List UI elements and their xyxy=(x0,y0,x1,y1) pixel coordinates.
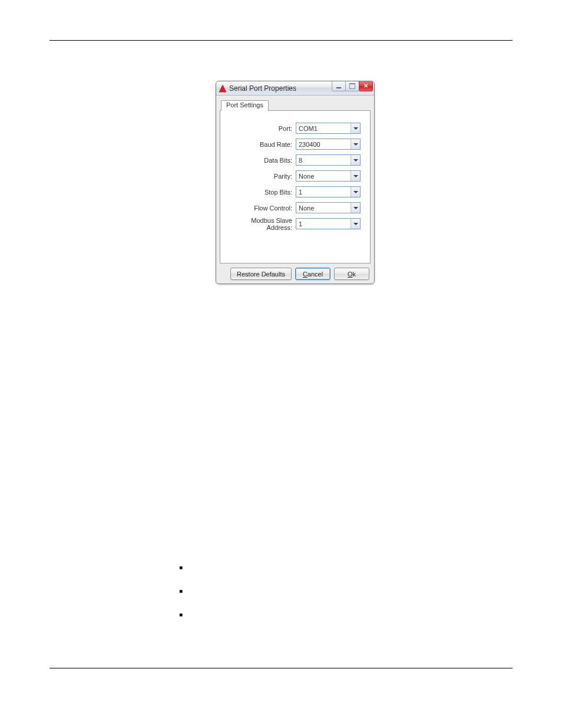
row-modbus-address: Modbus Slave Address: 1 xyxy=(227,217,363,230)
bullet: ■ xyxy=(179,565,183,571)
chevron-down-icon xyxy=(351,139,360,149)
chevron-down-icon xyxy=(351,155,360,165)
window-title: Serial Port Properties xyxy=(229,84,296,93)
serial-port-properties-dialog: Serial Port Properties Port Settings Por… xyxy=(216,81,375,284)
combo-modbus-address[interactable]: 1 xyxy=(296,218,361,229)
combo-stop-bits[interactable]: 1 xyxy=(296,186,361,197)
combo-modbus-value: 1 xyxy=(299,220,302,228)
window-controls xyxy=(332,81,373,91)
restore-defaults-button[interactable]: Restore Defaults xyxy=(230,268,292,280)
label-modbus-address: Modbus Slave Address: xyxy=(227,217,296,231)
chevron-down-icon xyxy=(351,219,360,229)
combo-baud-rate[interactable]: 230400 xyxy=(296,139,361,150)
combo-flow-value: None xyxy=(299,205,314,212)
row-data-bits: Data Bits: 8 xyxy=(227,153,363,167)
combo-flow-control[interactable]: None xyxy=(296,202,361,213)
ok-label: Ok xyxy=(348,271,356,278)
svg-marker-0 xyxy=(219,84,226,91)
combo-parity[interactable]: None xyxy=(296,170,361,182)
combo-baud-value: 230400 xyxy=(299,141,320,148)
label-data-bits: Data Bits: xyxy=(227,157,296,164)
row-port: Port: COM1 xyxy=(227,121,363,135)
row-baud-rate: Baud Rate: 230400 xyxy=(227,137,363,151)
dialog-button-row: Restore Defaults Cancel Ok xyxy=(220,268,371,280)
page-bottom-rule xyxy=(49,668,513,668)
cancel-label: Cancel xyxy=(303,271,323,278)
label-flow-control: Flow Control: xyxy=(227,205,296,212)
combo-parity-value: None xyxy=(299,173,314,180)
dialog-body: Port Settings Port: COM1 Baud Rate: 2304… xyxy=(216,95,374,284)
minimize-button[interactable] xyxy=(332,81,346,91)
tab-port-settings[interactable]: Port Settings xyxy=(221,100,269,111)
chevron-down-icon xyxy=(351,171,360,181)
titlebar[interactable]: Serial Port Properties xyxy=(216,81,374,95)
app-icon xyxy=(219,84,227,93)
combo-stopbits-value: 1 xyxy=(299,189,302,196)
tab-panel-port-settings: Port: COM1 Baud Rate: 230400 Data Bits: xyxy=(220,110,371,263)
cancel-button[interactable]: Cancel xyxy=(295,268,330,280)
chevron-down-icon xyxy=(351,203,360,213)
combo-port[interactable]: COM1 xyxy=(296,123,361,134)
maximize-button[interactable] xyxy=(345,81,359,91)
bullet: ■ xyxy=(179,612,183,618)
combo-data-bits[interactable]: 8 xyxy=(296,154,361,166)
chevron-down-icon xyxy=(351,187,360,197)
tab-header: Port Settings xyxy=(220,99,371,110)
bullet: ■ xyxy=(179,588,183,594)
combo-port-value: COM1 xyxy=(299,125,318,132)
label-parity: Parity: xyxy=(227,173,296,180)
tab-area: Port Settings Port: COM1 Baud Rate: 2304… xyxy=(220,99,371,264)
chevron-down-icon xyxy=(351,123,360,133)
page-top-rule xyxy=(49,40,513,41)
row-stop-bits: Stop Bits: 1 xyxy=(227,185,363,199)
restore-defaults-label: Restore Defaults xyxy=(237,271,285,278)
combo-databits-value: 8 xyxy=(299,157,302,164)
close-button[interactable] xyxy=(359,81,373,91)
label-stop-bits: Stop Bits: xyxy=(227,189,296,196)
label-baud-rate: Baud Rate: xyxy=(227,141,296,148)
row-parity: Parity: None xyxy=(227,169,363,183)
ok-button[interactable]: Ok xyxy=(334,268,369,280)
page-bullet-marks: ■ ■ ■ xyxy=(179,565,183,635)
label-port: Port: xyxy=(227,125,296,132)
row-flow-control: Flow Control: None xyxy=(227,201,363,215)
